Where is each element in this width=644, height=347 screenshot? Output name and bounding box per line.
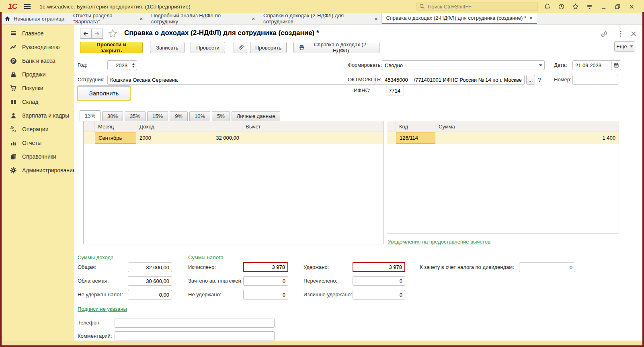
- print-2ndfl-button[interactable]: Справка о доходах (2-НДФЛ): [293, 42, 379, 53]
- deduction-table-header: Код Сумма: [387, 121, 619, 132]
- dividends-field[interactable]: 0: [519, 262, 575, 272]
- debit-credit-icon: ДтКт: [10, 126, 17, 133]
- not-withheld-field[interactable]: 0: [243, 290, 288, 299]
- back-button[interactable]: [80, 29, 92, 39]
- month-cell[interactable]: Сентябрь: [95, 132, 136, 144]
- rate-tab-personal-data[interactable]: Личные данные: [232, 111, 281, 121]
- help-question-icon[interactable]: ?: [538, 76, 541, 83]
- year-spinner[interactable]: [130, 60, 137, 70]
- search-input[interactable]: [427, 3, 535, 10]
- sidebar-item-label: Отчеты: [22, 140, 41, 146]
- post-button[interactable]: Провести: [191, 42, 225, 53]
- tab-2ndfl-list[interactable]: Справки о доходах (2-НДФЛ) для сотрудник…: [259, 13, 382, 24]
- col-month[interactable]: Месяц: [95, 121, 136, 132]
- date-field[interactable]: 21.09.2023: [572, 60, 621, 70]
- main-menu-icon[interactable]: [24, 4, 31, 9]
- taxable-field[interactable]: 30 600,00: [128, 276, 172, 286]
- income-sums-header: Суммы дохода: [78, 254, 113, 260]
- get-link-icon[interactable]: [600, 30, 608, 40]
- col-sum[interactable]: Сумма: [435, 121, 619, 132]
- service-menu-icon[interactable]: [584, 1, 595, 12]
- sum-cell[interactable]: 1 400: [435, 132, 619, 144]
- generate-combo[interactable]: Сводно: [382, 60, 545, 70]
- window-bottom-strip: [0, 341, 644, 345]
- sidebar-item-purchases[interactable]: Покупки: [2, 81, 74, 95]
- transferred-field[interactable]: 0: [353, 276, 405, 286]
- rate-tab-10[interactable]: 10%: [189, 111, 210, 121]
- oktmo-field[interactable]: 45345000 /771401001 ИФНС России № 14 по …: [382, 75, 525, 85]
- fill-button[interactable]: Заполнить: [78, 86, 130, 100]
- col-code[interactable]: Код: [396, 121, 435, 132]
- tab-close-icon[interactable]: ×: [252, 16, 255, 21]
- oktmo-label: ОКТМО/КПП :: [348, 75, 381, 85]
- notifications-bell-icon[interactable]: [542, 1, 552, 12]
- calculated-field[interactable]: 3 978: [243, 262, 288, 272]
- over-withheld-field[interactable]: 0: [353, 290, 405, 299]
- sidebar-item-reports[interactable]: Отчеты: [2, 136, 74, 150]
- income-cell[interactable]: 2000 32 000,00: [136, 132, 242, 144]
- calendar-icon[interactable]: [611, 61, 621, 70]
- income-table-row[interactable]: Сентябрь 2000 32 000,00: [84, 132, 383, 144]
- tab-salary-reports[interactable]: Отчеты раздела "Зарплата" ×: [69, 13, 147, 24]
- tab-home[interactable]: Начальная страница: [0, 13, 69, 24]
- total-field[interactable]: 32 000,00: [128, 262, 172, 272]
- tab-2ndfl-create[interactable]: Справка о доходах (2-НДФЛ) для сотрудник…: [382, 13, 537, 24]
- open-windows-tabbar: Начальная страница Отчеты раздела "Зарпл…: [0, 13, 644, 25]
- sidebar-item-main[interactable]: Главное: [2, 27, 74, 40]
- advance-offset-field[interactable]: 0: [243, 276, 288, 286]
- window-close-icon[interactable]: [626, 1, 637, 12]
- check-button[interactable]: Проверить: [250, 42, 287, 53]
- year-field[interactable]: 2023: [107, 60, 130, 70]
- withheld-field[interactable]: 3 978: [353, 262, 405, 272]
- tab-ndfl-analysis[interactable]: Подробный анализ НДФЛ по сотруднику ×: [147, 13, 259, 24]
- sidebar-item-label: Банк и касса: [22, 58, 55, 64]
- deduction-cell[interactable]: [242, 132, 383, 144]
- rate-tab-35[interactable]: 35%: [125, 111, 146, 121]
- tab-close-icon[interactable]: ×: [529, 15, 533, 21]
- phone-field[interactable]: [115, 318, 275, 328]
- col-income[interactable]: Доход: [136, 121, 242, 132]
- rate-tab-15[interactable]: 15%: [147, 111, 168, 121]
- history-icon[interactable]: [556, 1, 566, 12]
- rate-tab-9[interactable]: 9%: [170, 111, 188, 121]
- tab-close-icon[interactable]: ×: [374, 16, 377, 21]
- code-cell[interactable]: 126/114: [396, 132, 435, 144]
- ifns-field[interactable]: 7714: [386, 86, 404, 95]
- not-withheld-tax-field[interactable]: 0,00: [128, 290, 172, 299]
- deduction-table-row[interactable]: 126/114 1 400: [387, 132, 619, 144]
- favorite-star-icon[interactable]: [108, 29, 117, 40]
- number-field[interactable]: [572, 75, 618, 85]
- forward-button[interactable]: [91, 29, 103, 39]
- col-deduction[interactable]: Вычет: [242, 121, 383, 132]
- sidebar-item-salary-hr[interactable]: Зарплата и кадры: [2, 109, 74, 122]
- sidebar-item-warehouse[interactable]: Склад: [2, 95, 74, 109]
- sidebar-item-sales[interactable]: Продажи: [2, 68, 74, 81]
- sidebar-item-directories[interactable]: Справочники: [2, 150, 74, 163]
- signatures-link[interactable]: Подписи не указаны: [78, 306, 127, 312]
- save-button[interactable]: Записать: [150, 42, 185, 53]
- combo-arrow-icon[interactable]: [537, 61, 544, 70]
- more-actions-button[interactable]: Еще: [614, 41, 635, 52]
- employee-combo[interactable]: Кошкина Оксана Сергеевна: [107, 75, 383, 85]
- favorites-star-icon[interactable]: [570, 1, 580, 12]
- restore-icon[interactable]: [612, 1, 623, 12]
- attachments-button[interactable]: [234, 42, 247, 53]
- more-dots-icon[interactable]: [617, 30, 624, 39]
- tab-close-icon[interactable]: ×: [139, 16, 143, 21]
- sidebar-item-manager[interactable]: Руководителю: [2, 40, 74, 54]
- form-close-icon[interactable]: [630, 31, 637, 39]
- sidebar-item-label: Склад: [22, 99, 39, 105]
- rate-tab-30[interactable]: 30%: [102, 111, 123, 121]
- global-search[interactable]: [416, 2, 538, 11]
- rate-tab-5[interactable]: 5%: [212, 111, 230, 121]
- sidebar-item-bank[interactable]: Банк и касса: [2, 54, 74, 68]
- rate-tab-13[interactable]: 13%: [80, 110, 100, 121]
- deduction-notifications-link[interactable]: Уведомления на предоставление вычетов: [388, 239, 490, 245]
- post-and-close-button[interactable]: Провести и закрыть: [80, 42, 143, 53]
- oktmo-select-button[interactable]: ...: [526, 75, 535, 85]
- sidebar-item-administration[interactable]: Администрирование: [2, 163, 74, 177]
- tab-label: Справки о доходах (2-НДФЛ) для сотрудник…: [263, 12, 371, 25]
- minimize-icon[interactable]: [598, 1, 609, 12]
- sidebar-item-operations[interactable]: ДтКт Операции: [2, 122, 74, 136]
- comment-field[interactable]: [115, 331, 275, 341]
